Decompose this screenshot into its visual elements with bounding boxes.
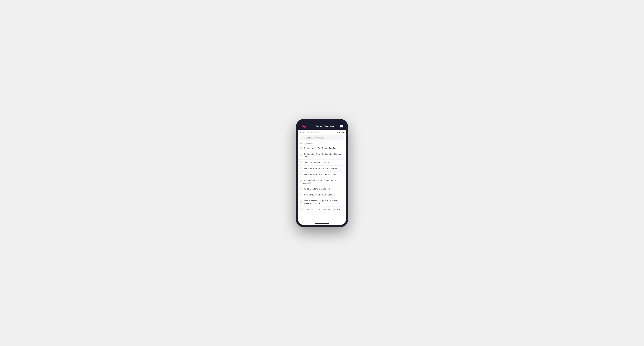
nearby-label: Nearby courses	[298, 142, 346, 145]
course-list-item[interactable]: Coombe Hill GC, Kingston upon Thames	[298, 206, 346, 212]
course-name: Richmond Park GC - Duke's, London	[304, 173, 336, 176]
content-area: Find a Golf Course Cancel 🔍 Nearby cours…	[298, 130, 346, 222]
svg-point-5	[301, 181, 302, 181]
course-list-item[interactable]: Royal Wimbledon GC, Great London Authori…	[298, 177, 346, 186]
courses-list: Central London Golf Centre, London Roeha…	[298, 145, 346, 213]
header-title: Recent Searches	[316, 125, 334, 128]
course-list-item[interactable]: London Scottish GC, London	[298, 160, 346, 166]
app-logo: clippd	[301, 125, 310, 128]
hamburger-line-3	[340, 127, 343, 128]
pin-icon	[300, 147, 302, 150]
svg-point-7	[301, 194, 302, 194]
pin-icon	[300, 161, 302, 164]
hamburger-menu-icon[interactable]	[340, 125, 343, 128]
home-bar	[315, 223, 329, 224]
svg-point-4	[301, 173, 302, 174]
hamburger-line-1	[340, 125, 343, 126]
search-container: 🔍	[298, 135, 346, 142]
course-name: Roehampton Club - Roehampton, Greater Lo…	[304, 153, 344, 158]
phone-screen: clippd Recent Searches Find a Golf Cours…	[298, 121, 346, 225]
course-name: North Middlesex GC (1011942 - North Midd…	[304, 199, 344, 205]
course-list-item[interactable]: Richmond Park GC - Duke's, London	[298, 172, 346, 177]
course-list-item[interactable]: Brent Valley Municipal GC, London	[298, 192, 346, 198]
app-header: clippd Recent Searches	[298, 123, 346, 130]
svg-point-1	[301, 154, 302, 155]
course-list-item[interactable]: Dukes Meadows GC, London	[298, 186, 346, 192]
status-bar	[298, 121, 346, 123]
course-name: Central London Golf Centre, London	[304, 147, 336, 150]
pin-icon	[300, 154, 302, 157]
pin-icon	[300, 208, 302, 211]
search-wrapper: 🔍	[300, 135, 344, 140]
course-name: Royal Wimbledon GC, Great London Authori…	[304, 179, 344, 184]
pin-icon	[300, 201, 302, 203]
course-name: Coombe Hill GC, Kingston upon Thames	[304, 208, 340, 211]
course-list-item[interactable]: Richmond Park GC - Prince's, Surrey	[298, 166, 346, 172]
course-name: Brent Valley Municipal GC, London	[304, 193, 334, 196]
course-list-item[interactable]: North Middlesex GC (1011942 - North Midd…	[298, 198, 346, 206]
svg-point-9	[301, 209, 302, 209]
phone-frame: clippd Recent Searches Find a Golf Cours…	[296, 119, 348, 227]
search-input[interactable]	[300, 135, 344, 140]
pin-icon	[300, 187, 302, 190]
pin-icon	[300, 173, 302, 176]
svg-point-6	[301, 188, 302, 189]
svg-point-2	[301, 162, 302, 162]
cancel-button[interactable]: Cancel	[337, 132, 344, 134]
course-name: Dukes Meadows GC, London	[304, 187, 330, 190]
svg-point-3	[301, 168, 302, 168]
pin-icon	[300, 167, 302, 170]
find-label: Find a Golf Course	[300, 132, 318, 134]
course-name: London Scottish GC, London	[304, 161, 329, 164]
hamburger-line-2	[340, 126, 343, 127]
svg-point-0	[301, 147, 302, 148]
pin-icon	[300, 180, 302, 183]
course-list-item[interactable]: Central London Golf Centre, London	[298, 145, 346, 151]
svg-point-8	[301, 201, 302, 202]
find-bar: Find a Golf Course Cancel	[298, 130, 346, 135]
course-name: Richmond Park GC - Prince's, Surrey	[304, 167, 337, 170]
course-list-item[interactable]: Roehampton Club - Roehampton, Greater Lo…	[298, 151, 346, 160]
home-indicator	[298, 222, 346, 225]
pin-icon	[300, 193, 302, 196]
nearby-courses-section: Nearby courses Central London Golf Centr…	[298, 142, 346, 222]
